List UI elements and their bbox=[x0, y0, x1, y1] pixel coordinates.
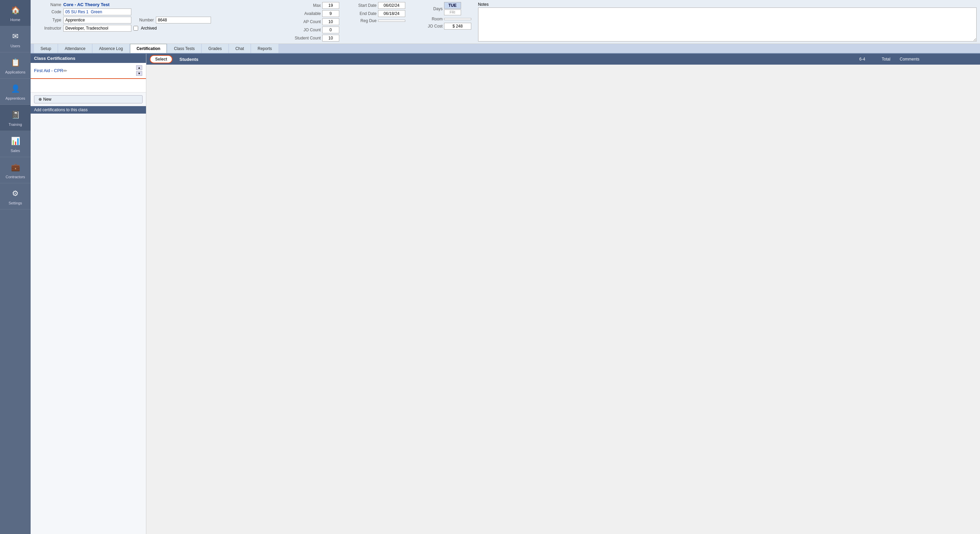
tab-absence-log[interactable]: Absence Log bbox=[92, 44, 129, 53]
type-input[interactable] bbox=[63, 17, 131, 24]
sidebar-item-users[interactable]: ✉ Users bbox=[0, 26, 30, 52]
tab-setup[interactable]: Setup bbox=[34, 44, 57, 53]
max-label: Max bbox=[290, 3, 321, 8]
reg-due-value bbox=[378, 20, 405, 22]
tab-reports[interactable]: Reports bbox=[251, 44, 278, 53]
archived-checkbox[interactable] bbox=[134, 26, 138, 30]
end-date-value: 06/18/24 bbox=[378, 10, 405, 17]
room-value bbox=[444, 18, 471, 20]
new-cert-button[interactable]: ⊕ New bbox=[34, 95, 143, 103]
code-input[interactable] bbox=[63, 8, 131, 15]
stat-room: Room bbox=[412, 17, 471, 21]
ap-count-value: 10 bbox=[322, 18, 339, 25]
stat-student-count: Student Count 10 bbox=[290, 35, 339, 41]
col-total-header: Total bbox=[876, 57, 896, 62]
stat-available: Available 9 bbox=[290, 10, 339, 17]
sidebar-label-sales: Sales bbox=[11, 149, 20, 153]
name-value: Core - AC Theory Test bbox=[63, 2, 110, 7]
available-value: 9 bbox=[322, 10, 339, 17]
instructor-label: Instructor bbox=[34, 26, 61, 30]
number-input[interactable] bbox=[156, 17, 211, 24]
instructor-input[interactable] bbox=[63, 25, 131, 32]
stat-jo-cost: JO Cost $ 248 bbox=[412, 23, 471, 30]
type-label: Type bbox=[34, 18, 61, 22]
sidebar-item-settings[interactable]: ⚙ Settings bbox=[0, 183, 30, 210]
sidebar-label-training: Training bbox=[8, 122, 22, 127]
cert-list bbox=[30, 114, 146, 534]
main-content: Name Core - AC Theory Test Code Type Num… bbox=[30, 0, 980, 534]
student-count-label: Student Count bbox=[290, 36, 321, 40]
sidebar: 🏠 Home ✉ Users 📋 Applications 👤 Apprenti… bbox=[0, 0, 30, 534]
jo-count-value: 0 bbox=[322, 27, 339, 33]
days-label: Days bbox=[412, 6, 443, 11]
class-certifications-header: Class Certifications bbox=[30, 54, 146, 63]
student-count-value: 10 bbox=[322, 35, 339, 41]
tab-attendance[interactable]: Attendance bbox=[58, 44, 92, 53]
archived-label: Archived bbox=[141, 26, 157, 30]
available-label: Available bbox=[290, 11, 321, 16]
applications-icon: 📋 bbox=[9, 56, 21, 69]
name-label: Name bbox=[34, 2, 61, 7]
notes-section: Notes bbox=[478, 2, 977, 41]
home-icon: 🏠 bbox=[9, 4, 21, 16]
col-6-4-header: 6-4 bbox=[852, 57, 872, 62]
cert-scroll-down-button[interactable]: ▼ bbox=[136, 71, 142, 76]
tab-chat[interactable]: Chat bbox=[229, 44, 250, 53]
header-row-instructor: Instructor Archived bbox=[34, 25, 283, 32]
stat-max: Max 19 bbox=[290, 2, 339, 9]
header-row-type: Type Number bbox=[34, 17, 283, 24]
jo-cost-value: $ 248 bbox=[444, 23, 471, 30]
selected-cert-row: First Aid - CPR ✏ ▲ ▼ bbox=[30, 63, 146, 79]
jo-cost-label: JO Cost bbox=[412, 24, 443, 29]
left-panel: Class Certifications First Aid - CPR ✏ ▲… bbox=[30, 54, 146, 534]
days-value: TUE bbox=[444, 2, 461, 9]
max-value: 19 bbox=[322, 2, 339, 9]
sidebar-label-contractors: Contractors bbox=[6, 175, 25, 179]
new-label: New bbox=[43, 97, 51, 102]
sidebar-label-settings: Settings bbox=[8, 201, 22, 205]
cert-scroll-up-button[interactable]: ▲ bbox=[136, 65, 142, 70]
sidebar-label-users: Users bbox=[11, 44, 21, 48]
sidebar-item-home[interactable]: 🏠 Home bbox=[0, 0, 30, 26]
stat-start-date: Start Date 06/02/24 bbox=[346, 2, 405, 9]
sidebar-label-applications: Applications bbox=[5, 70, 25, 74]
stat-jo-count: JO Count 0 bbox=[290, 27, 339, 33]
training-icon: 📓 bbox=[9, 109, 21, 121]
tabs: SetupAttendanceAbsence LogCertificationC… bbox=[30, 44, 980, 54]
header-row-name: Name Core - AC Theory Test bbox=[34, 2, 283, 7]
students-header-label: Students bbox=[179, 57, 849, 62]
tab-class-tests[interactable]: Class Tests bbox=[167, 44, 201, 53]
code-label: Code bbox=[34, 10, 61, 14]
users-icon: ✉ bbox=[9, 30, 21, 43]
plus-icon: ⊕ bbox=[38, 97, 42, 102]
header-logistics: Days TUE FRI Room JO Cost $ 248 bbox=[412, 2, 471, 41]
stat-ap-count: AP Count 10 bbox=[290, 18, 339, 25]
jo-count-label: JO Count bbox=[290, 27, 321, 32]
select-button[interactable]: Select bbox=[150, 55, 172, 63]
tab-certification[interactable]: Certification bbox=[130, 44, 167, 53]
room-label: Room bbox=[412, 17, 443, 21]
add-cert-header: Add certifications to this class bbox=[30, 106, 146, 114]
reg-due-label: Reg Due bbox=[346, 18, 377, 23]
sidebar-item-applications[interactable]: 📋 Applications bbox=[0, 52, 30, 79]
body-area: Class Certifications First Aid - CPR ✏ ▲… bbox=[30, 54, 980, 534]
sidebar-item-contractors[interactable]: 💼 Contractors bbox=[0, 157, 30, 183]
notes-label: Notes bbox=[478, 2, 977, 7]
cert-spacer bbox=[30, 79, 146, 92]
notes-textarea[interactable] bbox=[478, 8, 977, 41]
apprentices-icon: 👤 bbox=[9, 83, 21, 95]
sidebar-item-apprentices[interactable]: 👤 Apprentices bbox=[0, 79, 30, 105]
students-list bbox=[146, 65, 980, 534]
settings-icon: ⚙ bbox=[9, 188, 21, 200]
sidebar-item-training[interactable]: 📓 Training bbox=[0, 105, 30, 131]
stat-days: Days TUE FRI bbox=[412, 2, 471, 15]
end-date-label: End Date bbox=[346, 11, 377, 16]
number-label: Number bbox=[134, 18, 154, 22]
selected-cert-name: First Aid - CPR bbox=[34, 68, 63, 73]
header-left: Name Core - AC Theory Test Code Type Num… bbox=[34, 2, 283, 41]
start-date-value: 06/02/24 bbox=[378, 2, 405, 9]
sidebar-label-apprentices: Apprentices bbox=[5, 96, 25, 100]
tab-grades[interactable]: Grades bbox=[202, 44, 228, 53]
selected-cert-edit-button[interactable]: ✏ bbox=[63, 68, 67, 73]
sidebar-item-sales[interactable]: 📊 Sales bbox=[0, 131, 30, 157]
